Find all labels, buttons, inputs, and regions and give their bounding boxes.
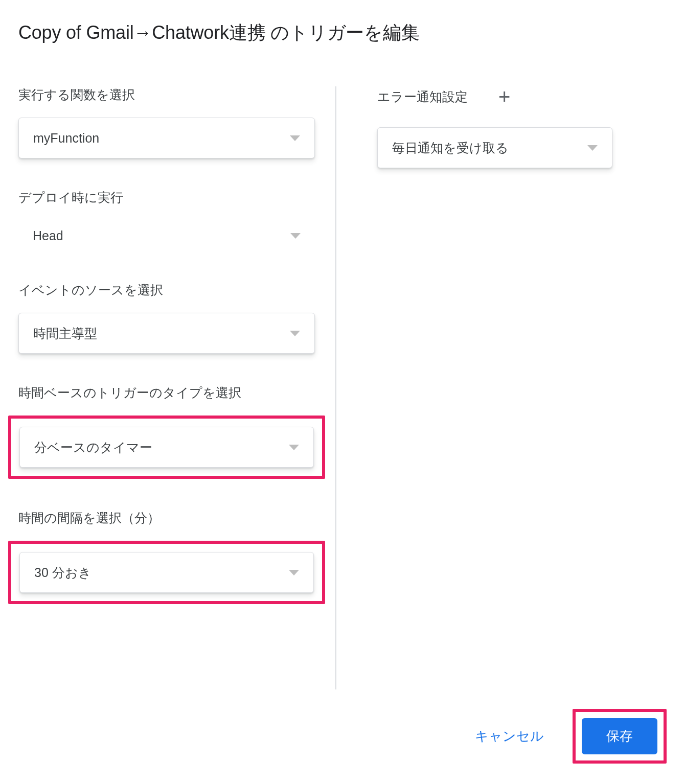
- highlight-box-interval: 30 分おき: [8, 541, 325, 604]
- interval-label: 時間の間隔を選択（分）: [18, 510, 315, 526]
- chevron-down-icon: [290, 233, 301, 239]
- interval-select-value: 30 分おき: [34, 564, 92, 581]
- event-source-select-value: 時間主導型: [33, 325, 97, 342]
- deploy-field-group: デプロイ時に実行 Head: [18, 189, 315, 251]
- deploy-select-value: Head: [33, 228, 63, 243]
- interval-field-group: 時間の間隔を選択（分） 30 分おき: [18, 510, 315, 604]
- chevron-down-icon: [290, 135, 300, 141]
- function-label: 実行する関数を選択: [18, 86, 315, 103]
- error-label: エラー通知設定: [377, 88, 468, 105]
- right-column: エラー通知設定 + 毎日通知を受け取る: [336, 86, 653, 689]
- chevron-down-icon: [289, 445, 299, 450]
- cancel-button[interactable]: キャンセル: [467, 721, 552, 751]
- content-area: 実行する関数を選択 myFunction デプロイ時に実行 Head イベントの…: [18, 86, 667, 689]
- error-notification-select-value: 毎日通知を受け取る: [392, 140, 509, 156]
- trigger-type-select[interactable]: 分ベースのタイマー: [19, 427, 314, 468]
- left-column: 実行する関数を選択 myFunction デプロイ時に実行 Head イベントの…: [18, 86, 335, 689]
- dialog-footer: キャンセル 保存: [467, 709, 667, 764]
- deploy-label: デプロイ時に実行: [18, 189, 315, 206]
- event-source-label: イベントのソースを選択: [18, 282, 315, 298]
- function-select[interactable]: myFunction: [18, 118, 315, 158]
- trigger-type-label: 時間ベースのトリガーのタイプを選択: [18, 384, 315, 401]
- highlight-box-trigger-type: 分ベースのタイマー: [8, 416, 325, 479]
- error-notification-header: エラー通知設定 +: [377, 86, 653, 107]
- function-field-group: 実行する関数を選択 myFunction: [18, 86, 315, 158]
- function-select-value: myFunction: [33, 131, 99, 146]
- save-button[interactable]: 保存: [582, 718, 657, 754]
- plus-icon[interactable]: +: [498, 86, 510, 107]
- chevron-down-icon: [289, 570, 299, 575]
- highlight-box-save: 保存: [573, 709, 667, 764]
- interval-select[interactable]: 30 分おき: [19, 552, 314, 593]
- trigger-type-field-group: 時間ベースのトリガーのタイプを選択 分ベースのタイマー: [18, 384, 315, 479]
- error-notification-select[interactable]: 毎日通知を受け取る: [377, 127, 612, 168]
- dialog-title: Copy of Gmail→Chatwork連携 のトリガーを編集: [18, 20, 667, 45]
- event-source-select[interactable]: 時間主導型: [18, 313, 315, 354]
- event-source-field-group: イベントのソースを選択 時間主導型: [18, 282, 315, 354]
- trigger-type-select-value: 分ベースのタイマー: [34, 439, 152, 456]
- deploy-select[interactable]: Head: [18, 220, 315, 251]
- chevron-down-icon: [290, 331, 300, 336]
- chevron-down-icon: [587, 145, 598, 151]
